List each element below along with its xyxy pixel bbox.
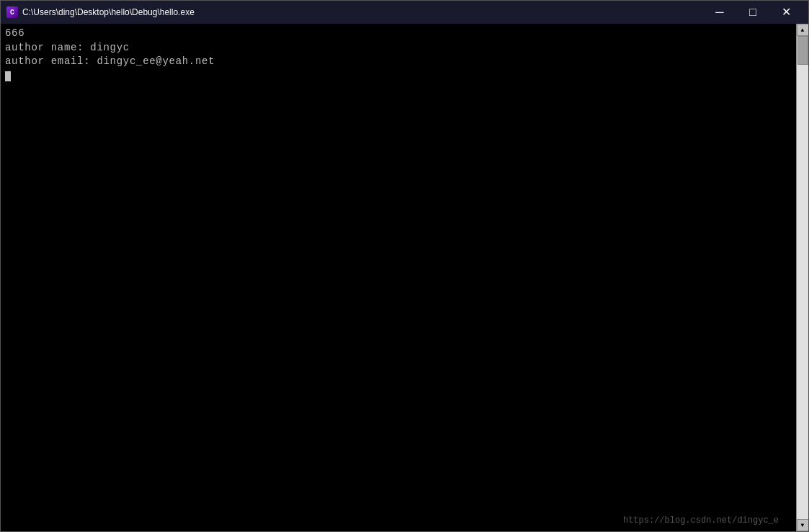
- scroll-thumb[interactable]: [797, 36, 808, 65]
- scroll-down-arrow[interactable]: ▼: [797, 519, 809, 531]
- window-body: 666 author name: dingyc author email: di…: [1, 24, 808, 531]
- window: C C:\Users\ding\Desktop\hello\Debug\hell…: [0, 0, 809, 532]
- watermark: https://blog.csdn.net/dingyc_e: [623, 515, 779, 527]
- cursor: [5, 71, 11, 81]
- scroll-up-arrow[interactable]: ▲: [797, 24, 809, 36]
- minimize-button[interactable]: ─: [703, 1, 736, 24]
- console-line-3: author email: dingyc_ee@yeah.net: [5, 55, 792, 69]
- scrollbar[interactable]: ▲ ▼: [796, 24, 808, 531]
- console-area[interactable]: 666 author name: dingyc author email: di…: [1, 24, 796, 531]
- title-bar: C C:\Users\ding\Desktop\hello\Debug\hell…: [1, 1, 808, 24]
- app-icon: C: [6, 6, 18, 18]
- console-line-2: author name: dingyc: [5, 41, 792, 55]
- close-button[interactable]: ✕: [769, 1, 803, 24]
- console-line-4: [5, 69, 792, 84]
- window-title: C:\Users\ding\Desktop\hello\Debug\hello.…: [22, 7, 195, 17]
- title-bar-left: C C:\Users\ding\Desktop\hello\Debug\hell…: [6, 6, 195, 18]
- window-controls: ─ □ ✕: [703, 1, 803, 24]
- maximize-button[interactable]: □: [736, 1, 769, 24]
- scroll-track[interactable]: [797, 36, 809, 519]
- console-line-1: 666: [5, 27, 792, 41]
